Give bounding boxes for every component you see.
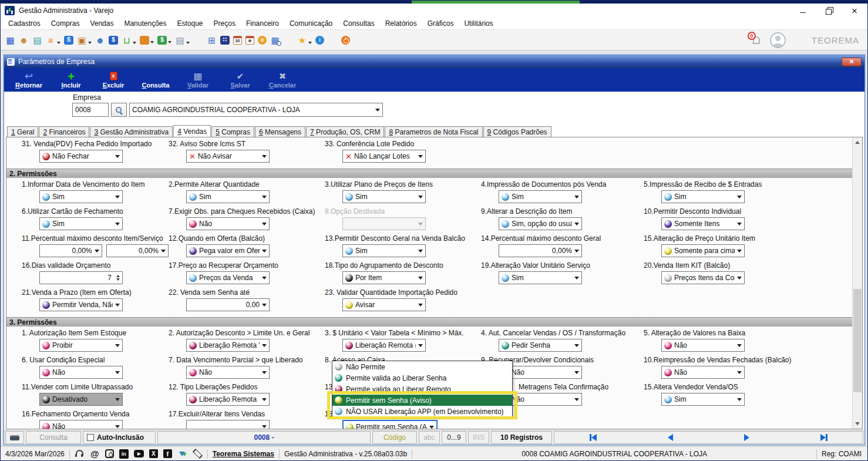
field-combobox[interactable]: ✕ Não Avisar xyxy=(186,150,270,163)
field-combobox[interactable]: Permitir sem Senha (A xyxy=(342,420,438,429)
menu-item[interactable]: Comunicação xyxy=(284,18,338,29)
field-combobox[interactable]: Sim, opção do usuáric xyxy=(499,217,582,230)
field-combobox[interactable]: Não xyxy=(186,366,270,379)
menu-item[interactable]: Manutenções xyxy=(119,18,171,29)
facebook-icon[interactable] xyxy=(163,449,172,458)
hierarchy-icon[interactable]: ≡ xyxy=(46,35,60,45)
scroll-up-arrow[interactable] xyxy=(853,137,862,147)
restore-button[interactable] xyxy=(816,4,842,18)
box-gear-icon[interactable]: ▣ xyxy=(77,35,92,45)
youtube-icon[interactable] xyxy=(134,450,144,457)
7 Produção, OS, CRM[interactable]: 7 Produção, OS, CRM xyxy=(306,126,384,137)
field-combobox[interactable] xyxy=(342,217,426,230)
money-icon[interactable]: $ xyxy=(157,36,171,45)
3 Gestão Administrativa[interactable]: 3 Gestão Administrativa xyxy=(90,126,173,137)
Salvar[interactable]: ✔ Salvar xyxy=(219,69,261,91)
field-combobox[interactable]: Preços da Venda xyxy=(186,271,270,284)
close-button[interactable] xyxy=(842,4,867,18)
field-combobox[interactable]: Sim xyxy=(661,393,745,406)
dropdown-option[interactable]: Permitir sem Senha (Aviso) xyxy=(332,395,512,406)
field-combobox[interactable]: Somente para cima xyxy=(661,244,745,257)
power-icon[interactable] xyxy=(341,36,350,45)
linkedin-icon[interactable] xyxy=(119,449,129,459)
empresa-code-input[interactable] xyxy=(72,103,109,117)
field-combobox[interactable]: Proibir xyxy=(39,339,123,352)
email-at-icon[interactable] xyxy=(90,449,100,459)
next-record-button[interactable] xyxy=(744,434,749,441)
menu-item[interactable]: Relatórios xyxy=(380,18,422,29)
Consulta[interactable]: Consulta xyxy=(134,69,177,91)
field-combobox[interactable]: Não Fechar xyxy=(39,150,123,163)
checkbox-icon[interactable] xyxy=(87,434,94,441)
graduation-cap-icon[interactable] xyxy=(193,449,203,459)
dropdown-option[interactable]: Permite valida ao Liberar Senha xyxy=(332,372,512,383)
field-combobox[interactable]: Liberação Remota Ver xyxy=(186,339,270,352)
field-combobox[interactable]: Sim xyxy=(342,244,426,257)
card-icon[interactable]: ▤ xyxy=(32,35,42,45)
4 Vendas[interactable]: 4 Vendas xyxy=(173,125,211,137)
spacer[interactable] xyxy=(284,35,294,45)
previous-record-button[interactable] xyxy=(668,434,673,441)
field-combobox[interactable]: Sim xyxy=(499,190,582,203)
favorites-icon[interactable]: ★ xyxy=(297,35,312,45)
5 Compras[interactable]: 5 Compras xyxy=(211,126,254,137)
field-combobox[interactable]: Sim xyxy=(499,271,582,284)
field-combobox[interactable]: Preços Itens da Comp xyxy=(661,271,745,284)
separator[interactable] xyxy=(328,35,338,45)
empresa-search-button[interactable] xyxy=(111,103,127,117)
info-icon[interactable]: i xyxy=(315,36,324,45)
menu-item[interactable]: Utilitários xyxy=(459,18,498,29)
instagram-icon[interactable] xyxy=(105,449,114,458)
field-combobox[interactable]: Somente Itens xyxy=(661,217,745,230)
calculator-icon[interactable]: ∷ xyxy=(220,36,230,45)
field-combobox[interactable]: Não xyxy=(39,420,123,429)
clock-lock-icon[interactable]: ⊙ xyxy=(258,36,267,45)
6 Mensagens[interactable]: 6 Mensagens xyxy=(255,126,305,137)
menu-item[interactable]: Gráficos xyxy=(422,18,459,29)
first-record-button[interactable] xyxy=(590,434,597,441)
menu-item[interactable]: Cadastros xyxy=(3,18,46,29)
grid-edit-icon[interactable]: ⊞ xyxy=(207,35,217,45)
field-combobox[interactable]: 0,00% xyxy=(499,244,582,257)
person-coin-icon[interactable]: ☻ xyxy=(95,35,105,45)
Retornar[interactable]: ↩ Retornar xyxy=(8,69,50,91)
field-combobox[interactable]: Liberação Remota xyxy=(186,393,270,406)
field-combobox[interactable]: Sim xyxy=(186,190,270,203)
9 Códigos Padrões[interactable]: 9 Códigos Padrões xyxy=(483,126,551,137)
field-combobox[interactable]: Não xyxy=(661,366,745,379)
last-record-button[interactable] xyxy=(820,434,827,441)
field-combobox[interactable]: 0,00 xyxy=(186,298,270,311)
headset-icon[interactable] xyxy=(75,449,85,459)
field-combobox-2[interactable]: 0,00% xyxy=(106,244,169,257)
field-combobox[interactable] xyxy=(186,420,270,429)
field-combobox[interactable]: Liberação Remota (Ba xyxy=(342,339,426,352)
menu-item[interactable]: Preços xyxy=(208,18,241,29)
dropdown-option[interactable]: Não Permite xyxy=(332,361,512,372)
field-combobox[interactable]: Permitir Venda, Não P xyxy=(39,298,123,311)
dialog-close-button[interactable] xyxy=(842,58,862,66)
Excluir[interactable]: x Excluir xyxy=(92,69,134,91)
menu-item[interactable]: Vendas xyxy=(85,18,119,29)
field-combobox[interactable]: Avisar xyxy=(342,298,426,311)
x-twitter-icon[interactable] xyxy=(149,449,158,458)
field-combobox[interactable]: Sim xyxy=(661,190,745,203)
field-combobox[interactable]: Sim xyxy=(39,190,123,203)
teorema-sistemas-link[interactable]: Teorema Sistemas xyxy=(208,450,279,458)
field-combobox[interactable]: ✕ Não Lançar Lotes xyxy=(342,150,426,163)
Incluir[interactable]: + Incluir xyxy=(50,69,92,91)
minimize-button[interactable] xyxy=(790,4,816,18)
s-doc-icon[interactable]: S xyxy=(64,36,73,45)
Cancelar[interactable]: ✖ Cancelar xyxy=(261,69,304,91)
field-combobox[interactable]: Sim xyxy=(39,217,123,230)
teorema-logo-icon[interactable] xyxy=(177,449,187,459)
8 Parametros de Nota Fiscal[interactable]: 8 Parametros de Nota Fiscal xyxy=(385,126,482,137)
menu-item[interactable]: Estoque xyxy=(171,18,208,29)
table-search-icon[interactable]: ▦ xyxy=(270,35,280,45)
calendar-gear-icon[interactable]: ✽ xyxy=(245,36,254,45)
scrollbar-thumb[interactable] xyxy=(853,289,862,392)
field-combobox[interactable]: Não xyxy=(186,217,270,230)
table-icon[interactable]: ▦ xyxy=(5,35,15,45)
field-combobox[interactable]: Sim xyxy=(342,190,426,203)
spacer[interactable] xyxy=(193,35,203,45)
field-combobox[interactable]: Não xyxy=(661,339,745,352)
